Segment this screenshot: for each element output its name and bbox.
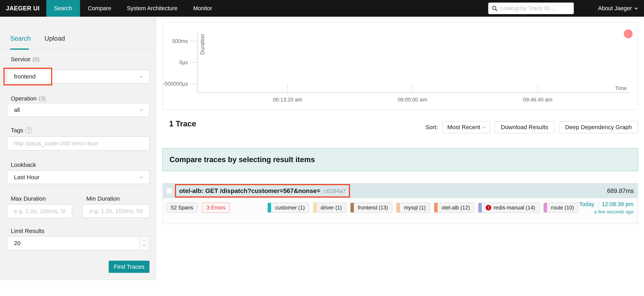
- sort-select[interactable]: Most Recent: [442, 121, 490, 133]
- error-icon: [486, 205, 491, 210]
- trace-badges-row: 52 Spans 3 Errors customer (1) driver (1…: [166, 203, 578, 213]
- limit-results-label: Limit Results: [11, 228, 44, 234]
- tags-input[interactable]: [14, 140, 142, 147]
- y-tick-label: 0µs: [163, 60, 188, 66]
- service-count: (6): [32, 56, 40, 62]
- x-tick-label: 09:46:40 am: [523, 97, 552, 103]
- search-sidebar: Search Upload Service(6) frontend Operat…: [0, 17, 156, 280]
- service-badge-mysql: mysql (1): [396, 203, 430, 213]
- jaeger-logo[interactable]: JAEGER UI: [0, 0, 46, 17]
- trace-result-item: otel-alb: GET /dispatch?customer=567&non…: [162, 183, 638, 224]
- deep-dependency-graph-button[interactable]: Deep Dependency Graph: [559, 121, 638, 133]
- service-badge-redis-manual: redis-manual (14): [478, 203, 540, 213]
- lookback-select[interactable]: Last Hour: [7, 170, 150, 184]
- download-results-button[interactable]: Download Results: [494, 121, 554, 133]
- max-duration-input[interactable]: [14, 208, 65, 214]
- sidebar-tab-search[interactable]: Search: [10, 35, 31, 42]
- sort-label: Sort:: [426, 124, 438, 131]
- trace-title-link[interactable]: otel-alb: GET /dispatch?customer=567&non…: [179, 187, 346, 194]
- tags-field-wrap: [7, 136, 150, 151]
- operation-count: (3): [39, 95, 46, 102]
- trace-date: Today: [579, 201, 594, 207]
- results-toolbar: Sort: Most Recent Download Results Deep …: [426, 121, 638, 133]
- trace-relative-time: a few seconds ago: [579, 209, 634, 214]
- x-tick-label: 08:00:00 am: [398, 97, 427, 103]
- service-color-strip: [434, 203, 438, 212]
- jaeger-search-page: JAEGER UI Search Compare System Architec…: [0, 0, 644, 296]
- about-jaeger-menu[interactable]: About Jaeger: [598, 0, 637, 17]
- service-color-strip: [314, 203, 317, 212]
- error-count-badge: 3 Errors: [202, 203, 230, 213]
- trace-timestamp: Today 12:08:39 pm a few seconds ago: [579, 201, 634, 214]
- max-duration-wrap: [7, 204, 72, 218]
- tags-label: Tags: [11, 127, 32, 134]
- service-color-strip: [397, 203, 400, 212]
- service-select-value: frontend: [14, 73, 36, 80]
- about-jaeger-label: About Jaeger: [598, 5, 632, 12]
- find-traces-button[interactable]: Find Traces: [109, 261, 150, 273]
- limit-results-wrap: [7, 236, 150, 250]
- timestamp-divider: [598, 201, 598, 207]
- operation-label: Operation(3): [11, 95, 46, 102]
- y-axis: [197, 33, 198, 93]
- lookback-select-value: Last Hour: [14, 174, 40, 181]
- service-color-strip: [544, 203, 547, 212]
- nav-tab-compare[interactable]: Compare: [80, 0, 119, 17]
- operation-select[interactable]: all: [7, 103, 150, 117]
- nav-tab-search[interactable]: Search: [46, 0, 80, 17]
- span-count-badge: 52 Spans: [166, 203, 198, 213]
- top-navbar: JAEGER UI Search Compare System Architec…: [0, 0, 644, 17]
- min-duration-wrap: [82, 204, 150, 218]
- nav-tab-monitor[interactable]: Monitor: [185, 0, 220, 17]
- service-badge-customer: customer (1): [267, 203, 309, 213]
- chevron-down-icon: [634, 6, 638, 10]
- chevron-down-icon: [140, 175, 143, 178]
- max-duration-label: Max Duration: [11, 195, 46, 202]
- nav-tab-system-architecture[interactable]: System Architecture: [119, 0, 185, 17]
- trace-count-heading: 1 Trace: [169, 119, 196, 128]
- trace-result-body: 52 Spans 3 Errors customer (1) driver (1…: [163, 198, 638, 224]
- service-color-strip: [350, 203, 354, 212]
- trace-time: 12:08:39 pm: [602, 201, 634, 207]
- trace-id-short: c6294a7: [324, 188, 346, 194]
- trace-result-header[interactable]: otel-alb: GET /dispatch?customer=567&non…: [163, 183, 638, 198]
- search-icon: [492, 6, 498, 12]
- sort-select-value: Most Recent: [447, 124, 480, 131]
- x-tick-label: 06:13:20 am: [273, 97, 302, 103]
- x-axis-title: Time: [615, 85, 627, 92]
- trace-id-lookup: [488, 3, 574, 14]
- compare-banner: Compare traces by selecting result items: [162, 148, 638, 171]
- min-duration-label: Min Duration: [86, 195, 120, 202]
- limit-results-input[interactable]: [14, 240, 142, 246]
- sidebar-tab-upload[interactable]: Upload: [44, 35, 65, 42]
- trace-compare-checkbox[interactable]: [166, 188, 172, 194]
- trace-duration: 689.87ms: [607, 183, 634, 198]
- stepper-up-icon[interactable]: [143, 240, 146, 242]
- help-icon[interactable]: [26, 127, 32, 134]
- stepper-down-icon[interactable]: [143, 244, 146, 246]
- compare-banner-text: Compare traces by selecting result items: [170, 155, 315, 164]
- operation-select-value: all: [14, 107, 20, 113]
- y-tick-label: 500ms: [163, 38, 188, 44]
- active-tab-underline: [10, 49, 29, 50]
- number-stepper[interactable]: [139, 237, 149, 249]
- trace-id-input[interactable]: [500, 5, 570, 12]
- y-tick-label: -500000µs: [163, 81, 188, 87]
- service-badge-route: route (10): [543, 203, 578, 213]
- x-axis: [197, 92, 629, 93]
- min-duration-input[interactable]: [90, 208, 142, 214]
- service-color-strip: [268, 203, 271, 212]
- service-select[interactable]: frontend: [7, 70, 150, 83]
- lookback-label: Lookback: [11, 162, 36, 168]
- chevron-down-icon: [140, 74, 143, 78]
- service-badge-otel-alb: otel-alb (12): [434, 203, 474, 213]
- y-axis-title: Duration: [199, 34, 206, 55]
- chevron-down-icon: [140, 108, 143, 111]
- chevron-down-icon: [482, 125, 486, 128]
- service-badge-frontend: frontend (13): [350, 203, 392, 213]
- duration-scatter-chart: 500ms 0µs -500000µs Duration 06:13:20 am…: [162, 22, 638, 110]
- service-badge-driver: driver (1): [313, 203, 346, 213]
- service-label: Service(6): [11, 56, 40, 63]
- service-color-strip: [478, 203, 482, 212]
- trace-scatter-point[interactable]: [624, 30, 632, 38]
